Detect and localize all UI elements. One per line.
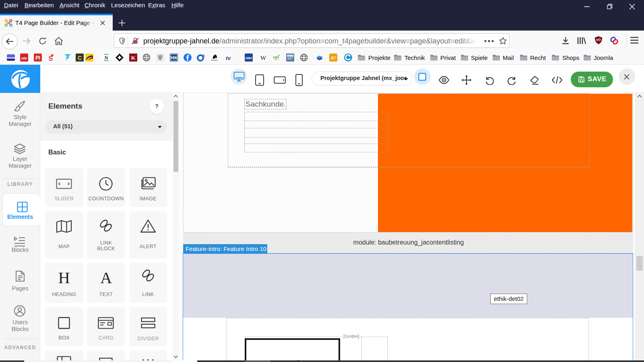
svg-text:GMX: GMX (245, 56, 252, 60)
svg-text:PI: PI (35, 55, 40, 61)
svg-text:N: N (104, 55, 108, 61)
svg-text:Shredder: Shredder (211, 60, 218, 61)
svg-text:tv: tv (226, 55, 231, 61)
svg-text:uO: uO (597, 38, 601, 41)
svg-text:K!: K! (331, 56, 336, 60)
svg-text:W: W (260, 54, 266, 61)
svg-text:sgd: sgd (273, 55, 279, 59)
svg-text:MK: MK (170, 56, 178, 60)
svg-text:K: K (131, 55, 135, 61)
svg-text:C: C (78, 55, 82, 61)
svg-text:ntv: ntv (21, 56, 27, 60)
svg-text:CAMPUS: CAMPUS (273, 59, 280, 61)
svg-text:S: S (49, 55, 53, 62)
